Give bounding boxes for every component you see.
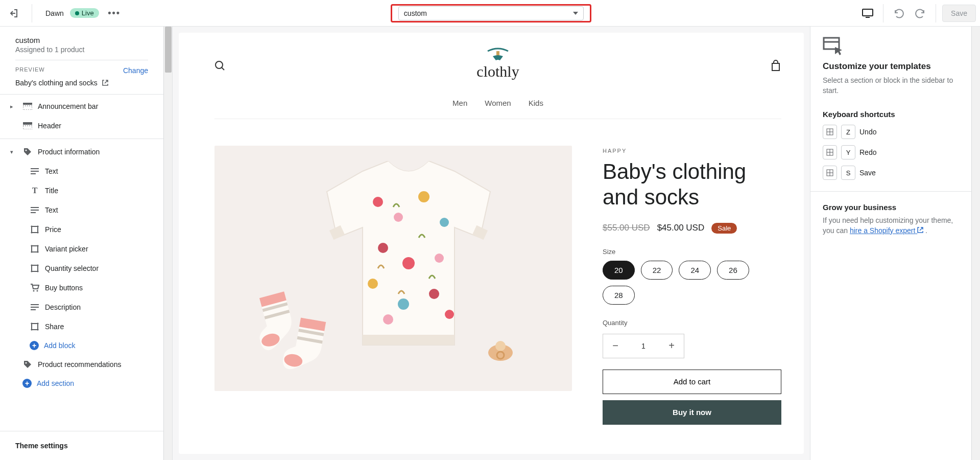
left-sidebar: custom Assigned to 1 product PREVIEW Cha… (0, 27, 173, 460)
svg-text:clothly: clothly (476, 63, 519, 80)
customize-text: Select a section or block in the sidebar… (823, 76, 959, 96)
add-block-button[interactable]: +Add block (0, 336, 163, 355)
undo-button[interactable] (890, 4, 908, 22)
product-title: Baby's clothing and socks (603, 159, 781, 211)
template-selector-highlight: custom (391, 4, 591, 22)
size-options: 20 22 24 26 28 (603, 261, 781, 305)
nav-men[interactable]: Men (452, 99, 467, 107)
change-preview-link[interactable]: Change (123, 66, 148, 75)
block-share[interactable]: Share (0, 317, 163, 336)
text-lines-icon (30, 205, 40, 215)
theme-settings-button[interactable]: Theme settings (0, 431, 163, 460)
svg-point-23 (378, 243, 388, 253)
svg-point-22 (440, 218, 449, 227)
chevron-down-icon (573, 12, 578, 15)
logo-icon: clothly (467, 47, 529, 83)
svg-rect-6 (32, 226, 38, 233)
modifier-key-icon (823, 145, 837, 159)
block-buy-buttons[interactable]: Buy buttons (0, 278, 163, 297)
svg-point-5 (26, 150, 27, 151)
store-logo[interactable]: clothly (226, 47, 770, 84)
block-variant-picker[interactable]: Variant picker (0, 239, 163, 259)
section-header[interactable]: Header (0, 116, 163, 135)
nav-women[interactable]: Women (485, 99, 511, 107)
chevron-right-icon: ▸ (10, 103, 17, 110)
grow-text-2: . (923, 226, 927, 235)
svg-point-20 (394, 213, 403, 222)
block-title[interactable]: TTitle (0, 181, 163, 200)
svg-point-27 (398, 298, 409, 310)
block-description[interactable]: Description (0, 297, 163, 317)
sale-badge: Sale (711, 223, 737, 234)
quantity-decrease-button[interactable]: − (603, 334, 628, 358)
svg-rect-16 (363, 335, 455, 345)
svg-rect-11 (32, 324, 38, 330)
plus-circle-icon: + (30, 341, 39, 350)
template-selected-value: custom (404, 9, 427, 17)
svg-rect-38 (824, 38, 839, 49)
exit-button[interactable] (4, 4, 22, 22)
block-label: Description (45, 303, 81, 311)
exit-icon (8, 8, 18, 18)
block-label: Title (45, 187, 58, 195)
product-vendor: HAPPY (603, 148, 781, 154)
external-link-icon (102, 79, 109, 86)
modifier-key-icon (823, 166, 837, 180)
block-label: Text (45, 206, 58, 214)
quantity-increase-button[interactable]: + (659, 334, 684, 358)
block-text-1[interactable]: Text (0, 162, 163, 181)
product-image[interactable] (214, 146, 572, 391)
block-quantity-selector[interactable]: Quantity selector (0, 259, 163, 278)
svg-rect-3 (23, 122, 32, 125)
block-label: Quantity selector (45, 264, 99, 272)
preview-product-row[interactable]: Baby's clothing and socks (0, 79, 163, 94)
cart-button[interactable] (770, 60, 781, 72)
redo-icon (915, 8, 926, 19)
add-to-cart-button[interactable]: Add to cart (603, 370, 781, 394)
section-announcement-bar[interactable]: ▸ Announcement bar (0, 97, 163, 116)
right-sidebar: Customize your templates Select a sectio… (810, 27, 980, 460)
buy-now-button[interactable]: Buy it now (603, 400, 781, 425)
more-menu-button[interactable]: ••• (105, 4, 124, 22)
shortcut-label: Save (859, 169, 876, 177)
nav-kids[interactable]: Kids (529, 99, 543, 107)
main-area: custom Assigned to 1 product PREVIEW Cha… (0, 27, 980, 460)
redo-button[interactable] (911, 4, 929, 22)
shortcuts-heading: Keyboard shortcuts (823, 110, 959, 119)
size-option-22[interactable]: 22 (641, 261, 673, 280)
shortcut-redo: Y Redo (823, 145, 959, 159)
divider (883, 4, 883, 22)
save-button[interactable]: Save (942, 5, 976, 22)
size-option-26[interactable]: 26 (717, 261, 749, 280)
size-option-24[interactable]: 24 (679, 261, 711, 280)
left-scrollbar[interactable] (163, 27, 172, 460)
quantity-value: 1 (628, 334, 659, 358)
svg-rect-2 (23, 106, 32, 110)
size-option-28[interactable]: 28 (603, 286, 635, 305)
block-price[interactable]: Price (0, 220, 163, 239)
search-button[interactable] (214, 60, 226, 72)
left-sidebar-content: custom Assigned to 1 product PREVIEW Cha… (0, 27, 163, 460)
block-label: Text (45, 167, 58, 175)
add-section-button[interactable]: + Add section (0, 374, 163, 393)
section-tree: ▸ Announcement bar Header ▾ Product info… (0, 95, 163, 395)
add-section-label: Add section (37, 379, 74, 387)
scrollbar-thumb[interactable] (165, 27, 172, 73)
template-selector[interactable]: custom (398, 6, 584, 20)
section-product-information[interactable]: ▾ Product information (0, 142, 163, 162)
dots-icon: ••• (108, 8, 121, 18)
topbar-center: custom (124, 4, 858, 22)
section-product-recommendations[interactable]: Product recommendations (0, 355, 163, 374)
viewport-desktop-button[interactable] (858, 4, 877, 22)
text-lines-icon (30, 166, 40, 176)
hire-expert-link[interactable]: hire a Shopify expert (850, 226, 923, 235)
block-text-2[interactable]: Text (0, 200, 163, 220)
template-subtitle: Assigned to 1 product (15, 45, 148, 54)
live-badge: Live (70, 8, 99, 18)
svg-point-24 (402, 257, 415, 269)
shortcut-label: Redo (859, 148, 876, 156)
right-scrollbar[interactable] (971, 27, 980, 460)
size-option-20[interactable]: 20 (603, 261, 635, 280)
chevron-down-icon: ▾ (10, 149, 17, 155)
text-lines-icon (30, 302, 40, 312)
